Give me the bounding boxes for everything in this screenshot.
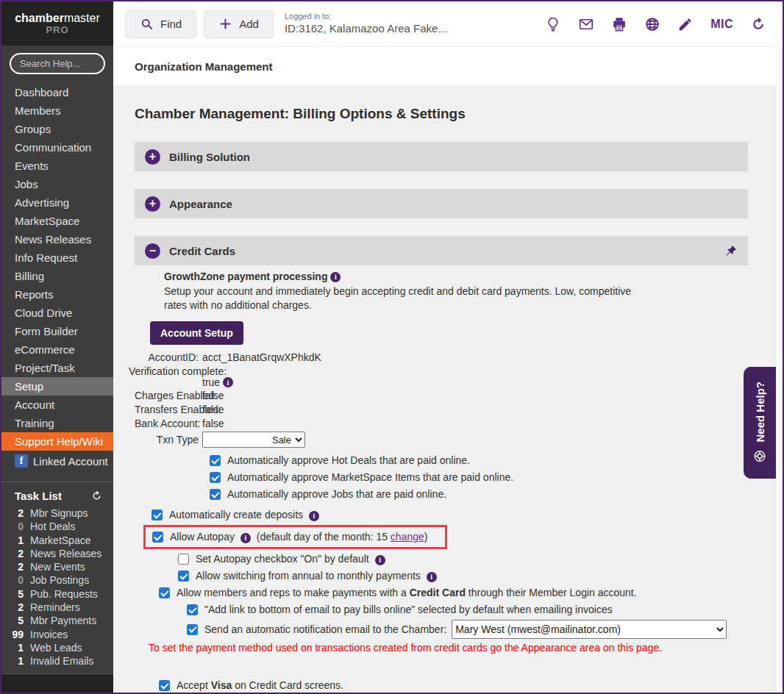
task-item-new-events[interactable]: 2New Events	[1, 562, 113, 572]
task-item-pub-requests[interactable]: 5Pub. Requests	[1, 589, 113, 599]
notification-recipient-select[interactable]: Mary West (mwest@mailinator.com)	[452, 620, 727, 639]
txn-type-select[interactable]: Sale	[202, 432, 305, 448]
help-lifesaver-icon	[752, 449, 767, 464]
expand-icon[interactable]: +	[145, 196, 160, 212]
refresh-tasks-icon[interactable]	[90, 490, 103, 502]
breadcrumb: Organization Management	[113, 47, 783, 85]
task-item-news-releases[interactable]: 2News Releases	[1, 548, 113, 559]
collapse-icon[interactable]: −	[145, 243, 160, 259]
expand-icon[interactable]: +	[145, 149, 160, 165]
field-value: false	[202, 418, 224, 429]
annual-to-monthly-checkbox[interactable]	[178, 570, 189, 582]
add-button[interactable]: Add	[204, 10, 274, 38]
option-label-text: )	[424, 531, 428, 543]
refresh-icon[interactable]	[750, 16, 766, 32]
info-icon[interactable]: i	[309, 511, 319, 521]
allow-autopay-checkbox[interactable]	[152, 532, 163, 543]
mic-button[interactable]: MIC	[710, 18, 733, 31]
scrollbar-track[interactable]	[776, 46, 783, 693]
sidebar-item-events[interactable]: Events	[1, 157, 113, 175]
option-label-text: Automatically approve MarketSpace Items …	[227, 471, 513, 483]
section-appearance[interactable]: +Appearance	[135, 189, 748, 218]
find-button[interactable]: Find	[125, 10, 196, 38]
task-item-mbr-payments[interactable]: 5Mbr Payments	[1, 615, 113, 626]
chamber-notification-checkbox[interactable]	[187, 624, 198, 635]
sidebar-item-advertising[interactable]: Advertising	[1, 193, 113, 212]
sidebar-item-members[interactable]: Members	[1, 101, 113, 120]
account-setup-button[interactable]: Account Setup	[150, 321, 243, 345]
section-credit-cards[interactable]: −Credit Cards	[135, 236, 748, 265]
option-label: Automatically approve MarketSpace Items …	[227, 471, 513, 484]
sidebar-item-support-help-wiki[interactable]: Support Help/Wiki	[1, 432, 113, 451]
task-item-reminders[interactable]: 2Reminders	[1, 602, 113, 612]
change-link[interactable]: change	[391, 531, 424, 543]
task-item-web-leads[interactable]: 1Web Leads	[1, 643, 113, 653]
main-column: Find Add Logged in to: ID:3162, Kalamazo…	[113, 1, 783, 693]
pin-icon[interactable]	[724, 244, 738, 258]
sidebar-item-form-builder[interactable]: Form Builder	[1, 322, 113, 340]
field-charges-enabled: Charges Enabled:false	[135, 390, 748, 401]
accept-visa-checkbox[interactable]	[159, 680, 170, 691]
highlight-box: Allow Autopay i (default day of the mont…	[143, 525, 447, 549]
task-label: Job Postings	[30, 575, 89, 585]
sidebar-item-dashboard[interactable]: Dashboard	[1, 83, 113, 101]
email-pay-link-checkbox[interactable]	[187, 604, 198, 615]
autopay-default-on-checkbox[interactable]	[178, 554, 189, 565]
sidebar-item-cloud-drive[interactable]: Cloud Drive	[1, 304, 113, 322]
info-icon[interactable]: i	[330, 272, 341, 282]
sidebar-item-project-task[interactable]: Project/Task	[1, 359, 113, 377]
task-label: Web Leads	[30, 643, 82, 653]
sidebar-item-ecommerce[interactable]: eCommerce	[1, 340, 113, 359]
pencil-icon[interactable]	[677, 16, 694, 32]
globe-icon[interactable]	[644, 16, 660, 32]
option-row-member-cc-payments: Allow members and reps to make payments …	[159, 586, 748, 600]
sidebar-item-training[interactable]: Training	[1, 414, 113, 432]
sidebar-item-news-releases[interactable]: News Releases	[1, 230, 113, 248]
credit-card-options: Automatically approve Hot Deals that are…	[135, 454, 748, 694]
task-item-invalid-emails[interactable]: 1Invalid Emails	[1, 656, 113, 666]
auto-approve-hot-deals-checkbox[interactable]	[210, 455, 221, 466]
info-icon[interactable]: i	[375, 555, 385, 565]
sidebar-item-account[interactable]: Account	[1, 396, 113, 414]
printer-icon[interactable]	[611, 16, 627, 32]
sidebar-item-reports[interactable]: Reports	[1, 285, 113, 304]
task-label: Invalid Emails	[30, 656, 93, 666]
task-item-marketspace[interactable]: 1MarketSpace	[1, 535, 113, 545]
option-row-auto-approve-marketspace: Automatically approve MarketSpace Items …	[210, 471, 748, 484]
option-label-bold: Visa	[211, 679, 232, 691]
auto-approve-marketspace-checkbox[interactable]	[210, 472, 221, 483]
need-help-tab[interactable]: Need Help?	[744, 367, 776, 479]
sidebar-item-linked-account[interactable]: f Linked Account	[1, 451, 113, 471]
task-item-hot-deals[interactable]: 0Hot Deals	[1, 521, 113, 532]
sidebar-item-info-request[interactable]: Info Request	[1, 248, 113, 267]
task-count: 1	[1, 535, 24, 545]
task-label: News Releases	[30, 548, 101, 559]
auto-create-deposits-checkbox[interactable]	[152, 509, 163, 520]
sidebar-item-setup[interactable]: Setup	[1, 377, 113, 396]
sidebar-item-marketspace[interactable]: MarketSpace	[1, 212, 113, 230]
info-icon[interactable]: i	[240, 533, 251, 543]
sidebar-item-groups[interactable]: Groups	[1, 120, 113, 138]
sidebar-menu: DashboardMembersGroupsCommunicationEvent…	[1, 83, 113, 451]
task-item-invoices[interactable]: 99Invoices	[1, 629, 113, 640]
sidebar-item-billing[interactable]: Billing	[1, 267, 113, 285]
option-label: Automatically create deposits i	[169, 508, 322, 522]
sidebar-item-communication[interactable]: Communication	[1, 138, 113, 157]
auto-approve-jobs-checkbox[interactable]	[210, 489, 221, 500]
task-count: 5	[1, 589, 24, 599]
task-item-mbr-signups[interactable]: 2Mbr Signups	[1, 508, 113, 518]
info-icon[interactable]: i	[427, 572, 437, 582]
option-label: Allow members and reps to make payments …	[177, 586, 637, 600]
member-cc-payments-checkbox[interactable]	[159, 587, 170, 598]
linked-account-label: Linked Account	[33, 455, 108, 468]
envelope-icon[interactable]	[578, 16, 594, 32]
lightbulb-icon[interactable]	[545, 16, 561, 32]
option-label: Allow switching from annual to monthly p…	[196, 569, 440, 583]
option-row-chamber-notification: Send an automatic notification email to …	[187, 620, 748, 639]
info-icon[interactable]: i	[223, 377, 233, 387]
sidebar-item-jobs[interactable]: Jobs	[1, 175, 113, 193]
search-help-input[interactable]	[10, 53, 105, 74]
section-label: Appearance	[169, 198, 232, 210]
section-billing-solution[interactable]: +Billing Solution	[135, 142, 748, 171]
task-item-job-postings[interactable]: 0Job Postings	[1, 575, 113, 585]
